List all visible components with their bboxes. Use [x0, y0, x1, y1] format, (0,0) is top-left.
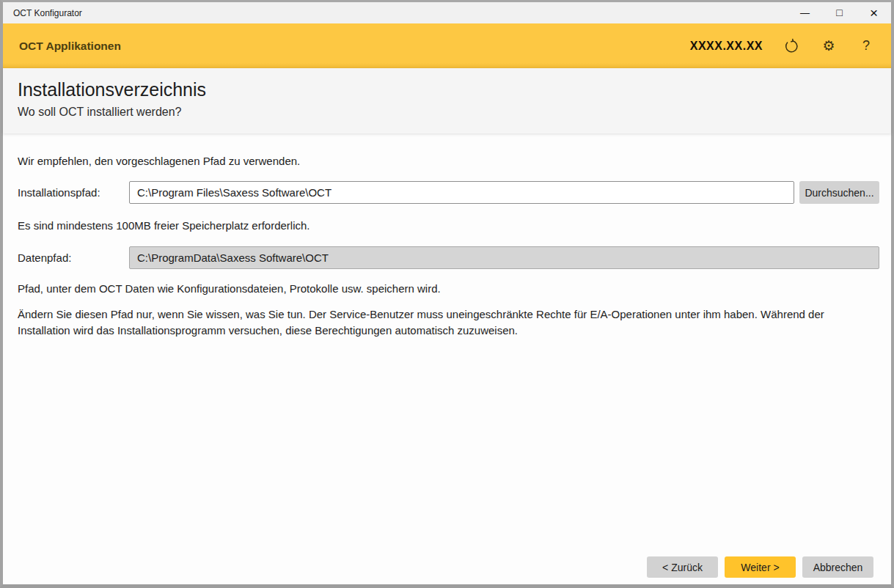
window-controls: — □ × — [788, 2, 891, 23]
app-header-bar: OCT Applikationen XXXX.XX.XX ⚙ ? — [3, 23, 891, 68]
page-header: Installationsverzeichnis Wo soll OCT ins… — [3, 68, 891, 133]
next-button[interactable]: Weiter > — [725, 556, 796, 578]
disk-space-note: Es sind mindestens 100MB freier Speicher… — [18, 218, 879, 234]
app-title: OCT Applikationen — [19, 40, 121, 53]
app-header-actions: XXXX.XX.XX ⚙ ? — [690, 37, 875, 55]
data-path-row: Datenpfad: — [18, 246, 879, 269]
browse-button[interactable]: Durchsuchen... — [799, 181, 879, 204]
minimize-button[interactable]: — — [788, 2, 822, 23]
data-path-note: Pfad, unter dem OCT Daten wie Konfigurat… — [18, 281, 879, 297]
content-area: Wir empfehlen, den vorgeschlagenen Pfad … — [3, 133, 891, 584]
window-title: OCT Konfigurator — [13, 8, 82, 18]
cancel-button[interactable]: Abbrechen — [802, 556, 873, 578]
warning-text: Ändern Sie diesen Pfad nur, wenn Sie wis… — [18, 306, 879, 339]
install-path-input[interactable] — [129, 181, 794, 204]
data-path-input — [129, 246, 879, 269]
version-label: XXXX.XX.XX — [690, 40, 763, 53]
install-path-row: Installationspfad: Durchsuchen... — [18, 181, 879, 204]
maximize-button[interactable]: □ — [822, 2, 857, 23]
settings-gear-icon[interactable]: ⚙ — [820, 37, 838, 55]
page-title: Installationsverzeichnis — [18, 78, 876, 102]
titlebar: OCT Konfigurator — □ × — [3, 2, 891, 23]
back-button[interactable]: < Zurück — [647, 556, 718, 578]
wizard-navigation: < Zurück Weiter > Abbrechen — [647, 556, 873, 578]
data-path-label: Datenpfad: — [18, 251, 129, 264]
help-icon[interactable]: ? — [857, 37, 875, 55]
app-window: OCT Konfigurator — □ × OCT Applikationen… — [0, 0, 894, 588]
install-path-label: Installationspfad: — [18, 186, 129, 199]
close-button[interactable]: × — [857, 2, 891, 23]
intro-text: Wir empfehlen, den vorgeschlagenen Pfad … — [18, 153, 879, 169]
refresh-icon[interactable] — [783, 37, 800, 55]
page-subtitle: Wo soll OCT installiert werden? — [18, 104, 876, 120]
